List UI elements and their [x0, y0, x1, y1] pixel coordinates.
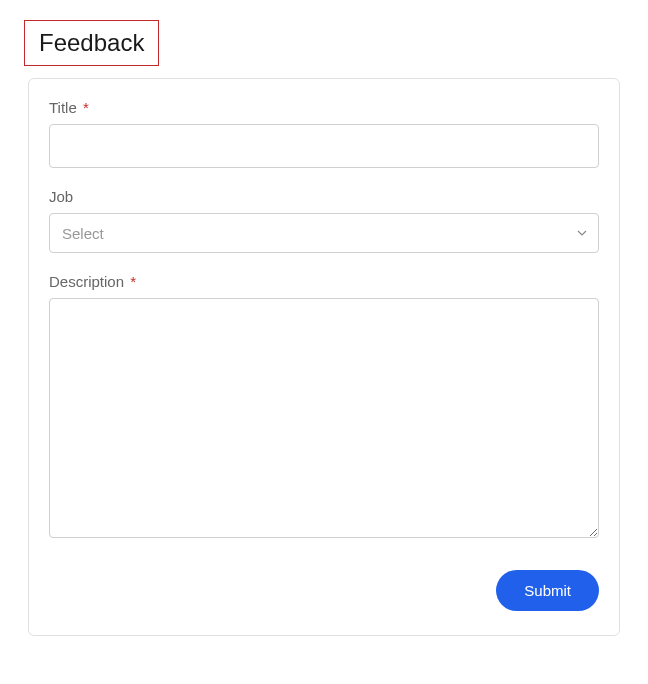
page-title: Feedback [24, 20, 159, 66]
feedback-form-card: Title * Job Select Description * Submit [28, 78, 620, 636]
job-select-wrapper: Select [49, 213, 599, 253]
job-select-placeholder: Select [62, 225, 104, 242]
form-actions: Submit [49, 570, 599, 611]
required-asterisk-icon: * [130, 273, 136, 290]
title-field-group: Title * [49, 99, 599, 168]
required-asterisk-icon: * [83, 99, 89, 116]
description-textarea[interactable] [49, 298, 599, 538]
description-label-text: Description [49, 273, 124, 290]
title-label: Title * [49, 99, 599, 116]
job-label: Job [49, 188, 599, 205]
submit-button[interactable]: Submit [496, 570, 599, 611]
description-field-group: Description * [49, 273, 599, 542]
job-field-group: Job Select [49, 188, 599, 253]
description-label: Description * [49, 273, 599, 290]
job-select[interactable]: Select [49, 213, 599, 253]
job-label-text: Job [49, 188, 73, 205]
title-input[interactable] [49, 124, 599, 168]
title-label-text: Title [49, 99, 77, 116]
